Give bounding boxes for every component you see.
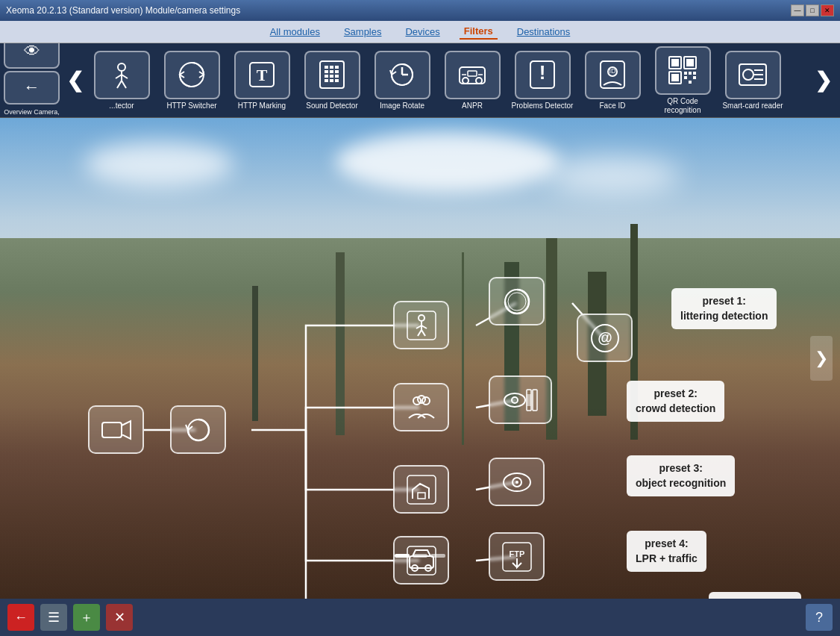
eye-node-2[interactable] bbox=[489, 458, 545, 506]
svg-rect-12 bbox=[325, 75, 328, 78]
preset-4-label[interactable]: preset 4: LPR + traffic bbox=[627, 531, 706, 572]
svg-line-2 bbox=[116, 75, 122, 78]
svg-text:@: @ bbox=[598, 329, 612, 346]
filter-module-motion[interactable]: ...tector bbox=[88, 51, 155, 110]
filterbar-left-arrow[interactable]: ❮ bbox=[61, 51, 88, 110]
eye-module[interactable]: 👁 bbox=[4, 43, 60, 69]
smartcard-icon bbox=[725, 51, 781, 99]
filter-module-smartcard[interactable]: Smart-card reader bbox=[719, 51, 786, 110]
svg-rect-15 bbox=[330, 70, 333, 73]
svg-rect-62 bbox=[102, 423, 122, 437]
email-node[interactable]: @ bbox=[577, 314, 633, 362]
svg-point-26 bbox=[463, 78, 468, 84]
crowd-node[interactable] bbox=[393, 383, 449, 431]
ftp-node[interactable]: FTP bbox=[489, 532, 545, 581]
svg-rect-44 bbox=[693, 72, 696, 75]
nav-all-modules[interactable]: All modules bbox=[266, 25, 325, 39]
filter-module-http-marking[interactable]: T HTTP Marking bbox=[228, 51, 295, 110]
svg-line-4 bbox=[117, 81, 122, 88]
svg-line-3 bbox=[122, 75, 128, 78]
svg-rect-42 bbox=[684, 72, 687, 75]
spin-node[interactable] bbox=[489, 277, 545, 325]
svg-text:!: ! bbox=[539, 61, 546, 84]
svg-rect-81 bbox=[527, 394, 531, 406]
main-right-arrow[interactable]: ❯ bbox=[810, 336, 833, 381]
preset-3-label[interactable]: preset 3: object recognition bbox=[627, 455, 735, 496]
filter-module-qr[interactable]: QR Code recognition bbox=[649, 46, 716, 115]
svg-point-78 bbox=[504, 393, 525, 407]
svg-rect-43 bbox=[689, 72, 692, 75]
delete-button[interactable]: ✕ bbox=[106, 604, 133, 631]
motion-node-1[interactable] bbox=[393, 301, 449, 349]
nav-devices[interactable]: Devices bbox=[401, 25, 444, 39]
svg-point-0 bbox=[118, 63, 125, 71]
camera-node[interactable] bbox=[88, 405, 144, 454]
help-button[interactable]: ? bbox=[806, 604, 833, 631]
svg-rect-13 bbox=[325, 79, 328, 82]
preset-1-label[interactable]: preset 1: littering detection bbox=[671, 288, 777, 329]
svg-rect-16 bbox=[330, 75, 333, 78]
svg-rect-21 bbox=[335, 79, 339, 82]
svg-rect-14 bbox=[330, 66, 333, 69]
svg-point-75 bbox=[413, 397, 421, 405]
svg-rect-82 bbox=[533, 390, 537, 411]
object-node[interactable] bbox=[393, 465, 449, 514]
svg-rect-46 bbox=[689, 81, 692, 84]
svg-rect-84 bbox=[418, 493, 425, 499]
eye-bars-node[interactable] bbox=[489, 375, 552, 424]
main-area: @ FTP +N bbox=[0, 118, 840, 599]
filter-module-rotate[interactable]: Image Rotate bbox=[369, 51, 436, 110]
problems-icon: ! bbox=[515, 51, 571, 99]
faceid-icon: ID bbox=[585, 51, 641, 99]
motion-icon bbox=[94, 51, 150, 99]
svg-point-49 bbox=[743, 69, 753, 80]
bottombar: ← ☰ ＋ ✕ ? bbox=[0, 599, 840, 636]
navbar: All modules Samples Devices Filters Dest… bbox=[0, 21, 840, 43]
svg-rect-20 bbox=[335, 75, 339, 78]
svg-line-68 bbox=[416, 325, 421, 328]
maximize-button[interactable]: □ bbox=[806, 4, 819, 16]
anpr-label: ANPR bbox=[462, 102, 483, 110]
svg-line-71 bbox=[421, 330, 425, 336]
back-module[interactable]: ← bbox=[4, 71, 60, 105]
smartcard-label: Smart-card reader bbox=[722, 102, 783, 110]
filter-module-anpr[interactable]: ANPR bbox=[439, 51, 506, 110]
nav-destinations[interactable]: Destinations bbox=[513, 25, 575, 39]
rotate-label: Image Rotate bbox=[380, 102, 424, 110]
svg-rect-83 bbox=[407, 476, 436, 504]
svg-point-77 bbox=[418, 396, 425, 403]
svg-text:FTP: FTP bbox=[509, 549, 524, 558]
svg-rect-47 bbox=[693, 76, 696, 79]
title-text: Xeoma 20.2.13 (Standard version) Module/… bbox=[6, 5, 789, 16]
back-button[interactable]: ← bbox=[7, 604, 34, 631]
rotate-node[interactable] bbox=[170, 405, 226, 454]
svg-rect-19 bbox=[335, 70, 339, 73]
svg-text:ID: ID bbox=[609, 67, 617, 75]
scroll-dot-1 bbox=[395, 554, 410, 558]
scroll-dot-2 bbox=[413, 554, 427, 558]
qr-icon bbox=[655, 46, 711, 95]
http-marking-icon: T bbox=[234, 51, 290, 99]
close-button[interactable]: ✕ bbox=[821, 4, 834, 16]
svg-rect-41 bbox=[671, 74, 679, 81]
svg-point-66 bbox=[419, 315, 424, 321]
minimize-button[interactable]: — bbox=[791, 4, 804, 16]
nav-samples[interactable]: Samples bbox=[339, 25, 386, 39]
filter-module-sound[interactable]: Sound Detector bbox=[298, 51, 366, 110]
filterbar-right-arrow[interactable]: ❯ bbox=[809, 51, 836, 110]
filter-module-faceid[interactable]: ID Face ID bbox=[579, 51, 646, 110]
filter-modules: ...tector HTTP Switcher T HTTP Marking S… bbox=[88, 46, 809, 115]
list-button[interactable]: ☰ bbox=[40, 604, 67, 631]
car-node[interactable] bbox=[393, 536, 449, 584]
svg-rect-45 bbox=[684, 76, 687, 79]
add-button[interactable]: ＋ bbox=[73, 604, 100, 631]
svg-text:T: T bbox=[257, 66, 268, 84]
nav-filters[interactable]: Filters bbox=[460, 24, 498, 40]
preset-2-label[interactable]: preset 2: crowd detection bbox=[627, 381, 724, 422]
filter-module-problems[interactable]: ! Problems Detector bbox=[509, 51, 576, 110]
preset-5-label[interactable]: preset 5: people counter bbox=[709, 592, 801, 599]
motion-label: ...tector bbox=[109, 102, 134, 110]
svg-marker-63 bbox=[122, 421, 131, 439]
svg-point-27 bbox=[476, 78, 482, 84]
filter-module-http-switcher[interactable]: HTTP Switcher bbox=[158, 51, 225, 110]
